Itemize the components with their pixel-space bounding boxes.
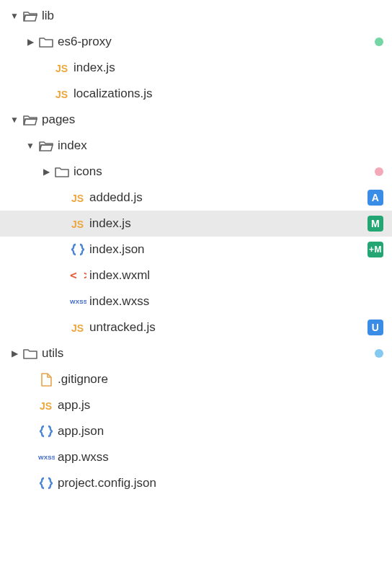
folder-open-icon: [36, 138, 56, 154]
disclosure-arrow-collapsed-icon[interactable]: ▶: [40, 167, 52, 177]
status-dot: [375, 167, 383, 176]
tree-item-label: app.js: [56, 398, 383, 413]
tree-item-label: app.json: [56, 424, 383, 439]
tree-item-label: localizations.js: [72, 87, 383, 101]
tree-item-label: icons: [72, 164, 375, 179]
tree-item-label: untracked.js: [88, 320, 368, 335]
js-file-icon: [36, 397, 56, 413]
folder-closed-icon: [20, 345, 40, 361]
wxss-file-icon: [68, 294, 88, 309]
tree-item-label: pages: [40, 113, 383, 127]
json-file-icon: [68, 242, 88, 257]
tree-item-label: index.js: [72, 61, 383, 75]
vcs-status-badge: M: [368, 216, 383, 232]
tree-item-label: project.config.json: [56, 476, 383, 490]
tree-row[interactable]: app.js: [0, 392, 392, 418]
json-file-icon: [36, 475, 56, 491]
folder-open-icon: [20, 8, 40, 24]
tree-row[interactable]: addedd.jsA: [0, 185, 392, 211]
tree-row[interactable]: .gitignore: [0, 366, 392, 392]
folder-closed-icon: [52, 164, 72, 180]
tree-row[interactable]: ▼lib: [0, 3, 392, 29]
disclosure-arrow-expanded-icon[interactable]: ▼: [9, 115, 20, 125]
js-file-icon: [68, 216, 88, 232]
tree-item-label: lib: [40, 9, 383, 23]
vcs-status-badge: U: [368, 320, 383, 335]
file-tree: ▼lib▶es6-proxyindex.jslocalizations.js▼p…: [0, 0, 392, 496]
file-icon: [36, 371, 56, 387]
tree-row[interactable]: index.jsM: [0, 211, 392, 237]
tree-row[interactable]: app.wxss: [0, 444, 392, 470]
tree-item-label: .gitignore: [56, 372, 383, 387]
js-file-icon: [68, 190, 88, 206]
json-file-icon: [36, 423, 56, 439]
folder-closed-icon: [36, 34, 56, 50]
tree-item-label: utils: [40, 346, 375, 361]
tree-row[interactable]: project.config.json: [0, 470, 392, 496]
tree-item-label: es6-proxy: [56, 35, 375, 49]
tree-item-label: index.wxml: [88, 268, 383, 283]
tree-row[interactable]: app.json: [0, 418, 392, 444]
tree-item-label: index.json: [88, 242, 368, 257]
status-dot: [375, 349, 383, 358]
wxml-file-icon: [68, 268, 88, 283]
status-dot: [375, 38, 383, 46]
tree-item-label: addedd.js: [88, 190, 368, 205]
tree-row[interactable]: index.wxml: [0, 263, 392, 288]
tree-row[interactable]: localizations.js: [0, 81, 392, 107]
js-file-icon: [52, 60, 72, 76]
tree-row[interactable]: index.js: [0, 55, 392, 81]
tree-item-label: app.wxss: [56, 450, 383, 464]
disclosure-arrow-expanded-icon[interactable]: ▼: [9, 11, 20, 21]
wxss-file-icon: [36, 449, 56, 465]
tree-row[interactable]: ▶utils: [0, 340, 392, 366]
tree-row[interactable]: ▶icons: [0, 159, 392, 185]
js-file-icon: [68, 320, 88, 335]
vcs-status-badge: +M: [368, 242, 383, 257]
vcs-status-badge: A: [368, 190, 383, 206]
tree-row[interactable]: index.json+M: [0, 237, 392, 263]
tree-item-label: index: [56, 138, 383, 153]
tree-row[interactable]: untracked.jsU: [0, 314, 392, 340]
tree-row[interactable]: ▶es6-proxy: [0, 29, 392, 55]
disclosure-arrow-collapsed-icon[interactable]: ▶: [24, 37, 36, 47]
tree-row[interactable]: index.wxss: [0, 288, 392, 314]
js-file-icon: [52, 86, 72, 102]
tree-row[interactable]: ▼pages: [0, 107, 392, 133]
tree-row[interactable]: ▼index: [0, 133, 392, 159]
tree-item-label: index.js: [88, 216, 368, 231]
folder-open-icon: [20, 112, 40, 128]
tree-item-label: index.wxss: [88, 294, 383, 309]
disclosure-arrow-expanded-icon[interactable]: ▼: [24, 141, 36, 151]
disclosure-arrow-collapsed-icon[interactable]: ▶: [9, 348, 20, 358]
